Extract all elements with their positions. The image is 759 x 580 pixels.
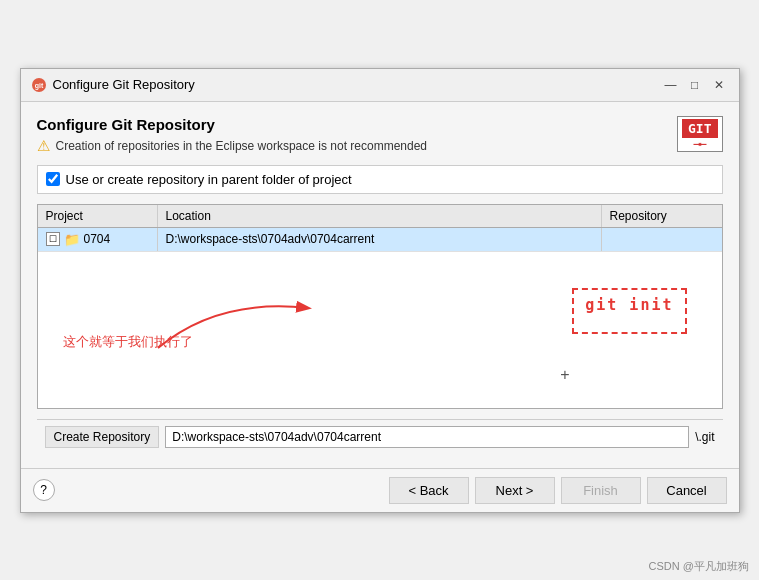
annotation-label: 这个就等于我们执行了	[63, 333, 193, 351]
maximize-button[interactable]: □	[685, 75, 705, 95]
title-bar-left: git Configure Git Repository	[31, 77, 195, 93]
repo-path-input[interactable]	[165, 426, 689, 448]
dialog-content: Configure Git Repository ⚠ Creation of r…	[21, 102, 739, 468]
configure-git-window: git Configure Git Repository — □ ✕ Confi…	[20, 68, 740, 513]
page-title: Configure Git Repository	[37, 116, 428, 133]
annotation-arrow-svg	[98, 268, 368, 368]
plus-icon: +	[560, 366, 569, 384]
close-button[interactable]: ✕	[709, 75, 729, 95]
repository-cell	[602, 228, 722, 251]
col-repository: Repository	[602, 205, 722, 227]
use-parent-folder-checkbox[interactable]	[46, 172, 60, 186]
git-init-text: git init	[585, 296, 673, 314]
folder-icon: 📁	[64, 232, 80, 247]
help-button[interactable]: ?	[33, 479, 55, 501]
watermark-text: CSDN @平凡加班狗	[649, 559, 749, 574]
checkbox-row[interactable]: Use or create repository in parent folde…	[37, 165, 723, 194]
header-row: Configure Git Repository ⚠ Creation of r…	[37, 116, 723, 155]
git-logo-text: GIT	[682, 119, 717, 138]
checkbox-label: Use or create repository in parent folde…	[66, 172, 352, 187]
project-name: 0704	[84, 232, 111, 246]
project-cell: ☐ 📁 0704	[38, 228, 158, 251]
next-button[interactable]: Next >	[475, 477, 555, 504]
col-location: Location	[158, 205, 602, 227]
cancel-button[interactable]: Cancel	[647, 477, 727, 504]
project-checkbox-icon: ☐	[46, 232, 60, 246]
location-cell: D:\workspace-sts\0704adv\0704carrent	[158, 228, 602, 251]
annotation-layer: git init 这个就等于我们执行了 +	[38, 228, 722, 408]
table-header: Project Location Repository	[38, 205, 722, 228]
git-logo: GIT ⟶⟵	[677, 116, 722, 152]
project-table: Project Location Repository ☐ 📁 0704 D:\…	[37, 204, 723, 409]
git-init-box	[572, 288, 687, 334]
table-row[interactable]: ☐ 📁 0704 D:\workspace-sts\0704adv\0704ca…	[38, 228, 722, 252]
table-body: ☐ 📁 0704 D:\workspace-sts\0704adv\0704ca…	[38, 228, 722, 408]
warning-icon: ⚠	[37, 137, 50, 155]
bottom-section: Create Repository \.git	[37, 419, 723, 454]
create-repository-button[interactable]: Create Repository	[45, 426, 160, 448]
warning-text: Creation of repositories in the Eclipse …	[56, 139, 428, 153]
title-bar: git Configure Git Repository — □ ✕	[21, 69, 739, 102]
warning-row: ⚠ Creation of repositories in the Eclips…	[37, 137, 428, 155]
footer: ? < Back Next > Finish Cancel	[21, 468, 739, 512]
header-left: Configure Git Repository ⚠ Creation of r…	[37, 116, 428, 155]
window-controls: — □ ✕	[661, 75, 729, 95]
svg-text:git: git	[34, 82, 43, 90]
back-button[interactable]: < Back	[389, 477, 469, 504]
window-title: Configure Git Repository	[53, 77, 195, 92]
git-title-icon: git	[31, 77, 47, 93]
git-logo-sub: ⟶⟵	[682, 138, 717, 149]
col-project: Project	[38, 205, 158, 227]
repo-row: Create Repository \.git	[45, 426, 715, 448]
footer-buttons: < Back Next > Finish Cancel	[389, 477, 727, 504]
finish-button[interactable]: Finish	[561, 477, 641, 504]
minimize-button[interactable]: —	[661, 75, 681, 95]
footer-left: ?	[33, 479, 55, 501]
repo-suffix: \.git	[695, 430, 714, 444]
